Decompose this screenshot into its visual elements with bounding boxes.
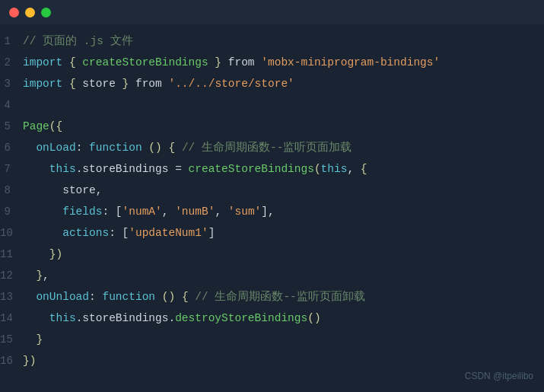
line-content: }: [23, 329, 544, 350]
code-line-2: 2 import { createStoreBindings } from 'm…: [0, 52, 544, 73]
line-content: actions: ['updateNum1']: [23, 222, 544, 244]
line-number: 4: [0, 94, 23, 116]
line-number: 1: [0, 30, 23, 52]
line-content: import { store } from '../../store/store…: [23, 73, 544, 94]
line-number: 3: [0, 73, 23, 94]
line-number: 6: [0, 137, 23, 158]
code-line-13: 13 onUnload: function () { // 生命周期函数--监听…: [0, 286, 544, 308]
line-content: this.storeBindings.destroyStoreBindings(…: [23, 308, 544, 329]
code-line-9: 9 fields: ['numA', 'numB', 'sum'],: [0, 201, 544, 222]
line-number: 11: [0, 244, 23, 265]
line-number: 14: [0, 308, 23, 329]
line-content: }): [23, 244, 544, 265]
code-line-16: 16 }): [0, 350, 544, 371]
code-line-6: 6 onLoad: function () { // 生命周期函数--监听页面加…: [0, 137, 544, 158]
line-number: 9: [0, 201, 23, 222]
watermark: CSDN @itpeilibo: [465, 371, 533, 381]
line-number: 13: [0, 286, 23, 308]
line-number: 10: [0, 222, 23, 244]
line-number: 2: [0, 52, 23, 73]
title-bar: [0, 0, 544, 24]
line-content: fields: ['numA', 'numB', 'sum'],: [23, 201, 544, 222]
code-line-7: 7 this.storeBindings = createStoreBindin…: [0, 158, 544, 180]
minimize-button[interactable]: [25, 8, 35, 18]
code-line-12: 12 },: [0, 265, 544, 286]
code-line-14: 14 this.storeBindings.destroyStoreBindin…: [0, 308, 544, 329]
code-line-15: 15 }: [0, 329, 544, 350]
line-content: // 页面的 .js 文件: [23, 30, 544, 52]
line-content: import { createStoreBindings } from 'mob…: [23, 52, 544, 73]
close-button[interactable]: [9, 8, 19, 18]
line-content: onLoad: function () { // 生命周期函数--监听页面加载: [23, 137, 544, 158]
line-number: 16: [0, 350, 23, 371]
line-number: 5: [0, 116, 23, 137]
code-area: 1 // 页面的 .js 文件 2 import { createStoreBi…: [0, 24, 544, 392]
line-content: },: [23, 265, 544, 286]
line-content: this.storeBindings = createStoreBindings…: [23, 158, 544, 180]
line-number: 12: [0, 265, 23, 286]
code-line-10: 10 actions: ['updateNum1']: [0, 222, 544, 244]
line-number: 8: [0, 180, 23, 201]
code-line-5: 5 Page({: [0, 116, 544, 137]
line-number: 7: [0, 158, 23, 180]
code-line-4: 4: [0, 94, 544, 116]
line-content: }): [23, 350, 544, 371]
maximize-button[interactable]: [41, 8, 51, 18]
line-content: onUnload: function () { // 生命周期函数--监听页面卸…: [23, 286, 544, 308]
code-line-11: 11 }): [0, 244, 544, 265]
line-content: Page({: [23, 116, 544, 137]
line-content: store,: [23, 180, 544, 201]
code-line-8: 8 store,: [0, 180, 544, 201]
code-line-3: 3 import { store } from '../../store/sto…: [0, 73, 544, 94]
code-line-1: 1 // 页面的 .js 文件: [0, 30, 544, 52]
line-number: 15: [0, 329, 23, 350]
